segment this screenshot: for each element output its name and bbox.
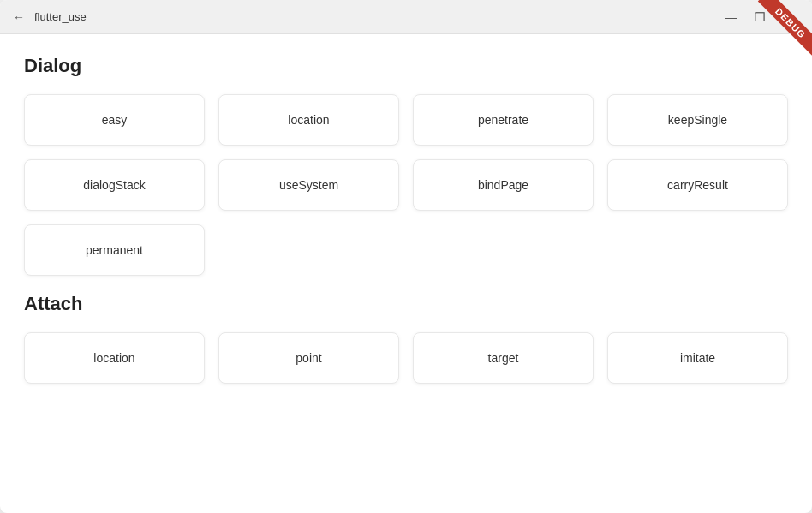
grid-item-dialog-usesystem[interactable]: useSystem [218,159,399,211]
grid-item-dialog-dialogstack[interactable]: dialogStack [24,159,205,211]
section-title-dialog: Dialog [24,55,788,77]
grid-item-attach-target[interactable]: target [413,332,594,384]
maximize-button[interactable]: ❐ [747,7,773,27]
grid-item-dialog-location[interactable]: location [218,94,399,146]
main-content: DialogeasylocationpenetratekeepSingledia… [0,34,812,513]
grid-row-dialog-0: easylocationpenetratekeepSingle [24,94,788,146]
grid-item-attach-imitate[interactable]: imitate [607,332,788,384]
grid-row-attach-0: locationpointtargetimitate [24,332,788,384]
grid-item-dialog-penetrate[interactable]: penetrate [413,94,594,146]
grid-item-label: target [488,351,519,365]
grid-item-label: imitate [680,351,715,365]
section-attach: Attachlocationpointtargetimitate [24,293,788,384]
title-bar: ← flutter_use — ❐ ✕ [0,0,812,34]
title-bar-left: ← flutter_use [10,9,87,26]
grid-item-dialog-permanent[interactable]: permanent [24,224,205,276]
grid-item-dialog-easy[interactable]: easy [24,94,205,146]
grid-item-label: carryResult [667,178,728,192]
grid-item-label: location [93,351,134,365]
grid-item-label: point [296,351,321,365]
grid-item-label: easy [102,113,128,127]
minimize-button[interactable]: — [718,7,743,27]
window-controls: — ❐ ✕ [718,7,802,27]
grid-item-label: permanent [86,243,143,257]
back-button[interactable]: ← [10,9,27,26]
grid-item-label: dialogStack [83,178,145,192]
grid-item-attach-point[interactable]: point [218,332,399,384]
app-title: flutter_use [34,10,87,23]
grid-row-dialog-1: dialogStackuseSystembindPagecarryResult [24,159,788,211]
app-window: ← flutter_use — ❐ ✕ DEBUG Dialogeasyloca… [0,0,812,513]
grid-item-label: useSystem [279,178,338,192]
grid-item-label: location [288,113,329,127]
grid-item-label: keepSingle [668,113,727,127]
grid-item-dialog-carryresult[interactable]: carryResult [607,159,788,211]
grid-row-dialog-2: permanent [24,224,788,276]
close-button[interactable]: ✕ [776,7,802,27]
grid-item-attach-location[interactable]: location [24,332,205,384]
grid-item-label: bindPage [478,178,528,192]
grid-item-dialog-keepsingle[interactable]: keepSingle [607,94,788,146]
grid-item-label: penetrate [478,113,528,127]
grid-item-dialog-bindpage[interactable]: bindPage [413,159,594,211]
section-title-attach: Attach [24,293,788,315]
section-dialog: DialogeasylocationpenetratekeepSingledia… [24,55,788,276]
